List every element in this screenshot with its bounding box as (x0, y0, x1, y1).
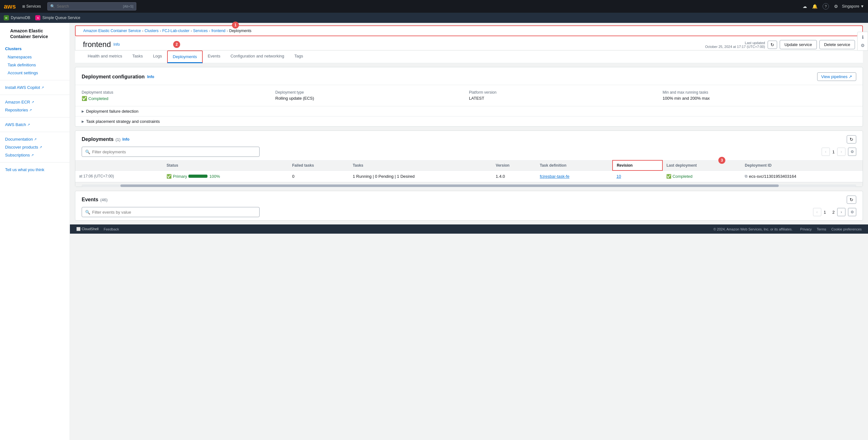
deployments-filter[interactable]: 🔍 (82, 147, 259, 157)
events-next-page-button[interactable]: › (837, 208, 845, 216)
sidebar-item-ecr[interactable]: Amazon ECR ↗ (0, 98, 69, 106)
deployment-config-card: Deployment configuration Info View pipel… (75, 67, 863, 127)
feedback-link[interactable]: Feedback (103, 227, 119, 231)
sidebar-item-task-definitions[interactable]: Task definitions (0, 61, 69, 69)
view-pipelines-button[interactable]: View pipelines ↗ (817, 72, 856, 81)
delete-service-button[interactable]: Delete service (819, 40, 855, 49)
next-page-button[interactable]: › (837, 147, 845, 156)
tab-tags[interactable]: Tags (289, 50, 308, 63)
sidebar-item-subscriptions[interactable]: Subscriptions ↗ (0, 151, 69, 159)
events-page-2: 2 (832, 210, 835, 214)
breadcrumb-cluster-name[interactable]: FCJ-Lab-cluster (162, 29, 189, 33)
tabs-bar: Health and metrics Tasks Logs Deployment… (75, 50, 863, 63)
last-updated-value: October 25, 2024 at 17:17 (UTC+7:00) (705, 45, 765, 48)
deployment-config-grid: Deployment status ✅ Completed Deployment… (75, 85, 863, 106)
breadcrumb-deployments: Deployments (229, 29, 251, 33)
copy-icon[interactable]: ⧉ (745, 174, 748, 178)
region-selector[interactable]: Singapore ▼ (842, 4, 864, 8)
footer-privacy[interactable]: Privacy (800, 227, 812, 231)
deployment-config-info[interactable]: Info (147, 75, 154, 79)
breadcrumb-clusters[interactable]: Clusters (145, 29, 159, 33)
sidebar-item-batch[interactable]: AWS Batch ↗ (0, 121, 69, 129)
sidebar-item-account-settings[interactable]: Account settings (0, 69, 69, 77)
deployments-count: (1) (115, 137, 120, 142)
service-tag-dynamodb[interactable]: D DynamoDB (4, 15, 30, 20)
th-failed-tasks: Failed tasks (288, 160, 349, 170)
page-info-link[interactable]: Info (114, 42, 120, 47)
footer-cookies[interactable]: Cookie preferences (832, 227, 862, 231)
cloudshell-button[interactable]: ⬜ CloudShell (76, 227, 98, 231)
prev-page-button[interactable]: ‹ (822, 147, 830, 156)
deployment-type-value: Rolling update (ECS) (275, 96, 463, 101)
refresh-button[interactable]: ↻ (768, 41, 777, 49)
service-tag-sqs[interactable]: S Simple Queue Service (35, 15, 80, 20)
deployments-refresh-button[interactable]: ↻ (847, 135, 856, 143)
deployment-status-label: Deployment status (82, 90, 269, 95)
events-section-title: Events (46) (82, 197, 108, 203)
min-max-tasks-label: Min and max running tasks (663, 90, 850, 95)
sidebar-item-discover-products[interactable]: Discover products ↗ (0, 143, 69, 151)
breadcrumb-frontend[interactable]: frontend (212, 29, 225, 33)
events-table-settings-button[interactable]: ⚙ (848, 208, 856, 216)
horizontal-scrollbar[interactable] (75, 182, 863, 187)
deployment-failure-row[interactable]: ▶ Deployment failure detection (75, 106, 863, 116)
row-version: 1.4.0 (492, 170, 536, 182)
sidebar-item-clusters[interactable]: Clusters (0, 44, 69, 53)
copilot-label: Install AWS Copilot (5, 85, 40, 90)
update-service-button[interactable]: Update service (780, 40, 817, 49)
breadcrumb-ecs[interactable]: Amazon Elastic Container Service (83, 29, 141, 33)
th-version: Version (492, 160, 536, 170)
right-settings-icon[interactable]: ⚙ (859, 42, 866, 49)
tab-logs[interactable]: Logs (148, 50, 167, 63)
events-refresh-button[interactable]: ↻ (847, 196, 856, 204)
progress-percent: 100% (209, 174, 220, 179)
expand-arrow-2: ▶ (82, 120, 84, 123)
tab-tasks[interactable]: Tasks (127, 50, 148, 63)
global-search-bar[interactable]: 🔍 [Alt+S] (47, 2, 136, 10)
events-prev-page-button[interactable]: ‹ (813, 208, 821, 216)
footer: ⬜ CloudShell Feedback © 2024, Amazon Web… (70, 225, 868, 234)
footer-terms[interactable]: Terms (817, 227, 826, 231)
services-menu-button[interactable]: ⊞ Services (20, 3, 43, 10)
th-revision: Revision (613, 160, 662, 170)
aws-logo: aws (4, 3, 16, 10)
revision-link[interactable]: 10 (616, 174, 621, 179)
sidebar-title: Amazon Elastic Container Service (5, 28, 64, 41)
cloud-icon[interactable]: ☁ (803, 4, 807, 9)
task-definition-link[interactable]: fcjresbar-task-fe (540, 174, 569, 179)
th-last-deployment: Last deployment (662, 160, 741, 170)
subscriptions-label: Subscriptions (5, 153, 30, 158)
breadcrumb-services[interactable]: Services (193, 29, 208, 33)
th-task-definition: Task definition (536, 160, 613, 170)
dynamodb-label: DynamoDB (11, 15, 30, 20)
bell-icon[interactable]: 🔔 (812, 4, 817, 9)
task-placement-row[interactable]: ▶ Task placement strategy and constraint… (75, 116, 863, 126)
th-deployment-id: Deployment ID (741, 160, 863, 170)
discover-products-label: Discover products (5, 145, 38, 149)
sidebar-item-copilot[interactable]: Install AWS Copilot ↗ (0, 83, 69, 92)
tab-configuration-networking[interactable]: Configuration and networking (225, 50, 289, 63)
right-info-icon[interactable]: ℹ (859, 33, 866, 41)
service-bar: D DynamoDB S Simple Queue Service (0, 13, 868, 23)
deployments-filter-input[interactable] (92, 149, 256, 154)
events-filter-input[interactable] (92, 210, 256, 214)
breadcrumb-sep-2: › (160, 29, 161, 33)
sidebar-item-repositories[interactable]: Repositories ↗ (0, 106, 69, 114)
sidebar-item-documentation[interactable]: Documentation ↗ (0, 135, 69, 143)
table-settings-button[interactable]: ⚙ (848, 147, 856, 156)
external-link-icon-3: ↗ (29, 108, 32, 112)
deployments-info-link[interactable]: Info (122, 137, 129, 142)
annotation-badge-3: 3 (718, 157, 725, 164)
events-filter[interactable]: 🔍 (82, 207, 259, 217)
repositories-label: Repositories (5, 108, 28, 112)
tab-deployments[interactable]: Deployments (167, 50, 203, 63)
settings-icon[interactable]: ⚙ (834, 4, 838, 9)
sidebar-tell-us[interactable]: Tell us what you think (0, 166, 69, 174)
tab-events[interactable]: Events (203, 50, 225, 63)
search-input[interactable] (57, 4, 121, 8)
sidebar-item-namespaces[interactable]: Namespaces (0, 53, 69, 61)
deployments-section-title: Deployments (1) Info (82, 136, 129, 142)
tab-health-metrics[interactable]: Health and metrics (83, 50, 127, 63)
help-icon[interactable]: ? (823, 3, 829, 9)
row-tasks: 1 Running | 0 Pending | 1 Desired (349, 170, 492, 182)
